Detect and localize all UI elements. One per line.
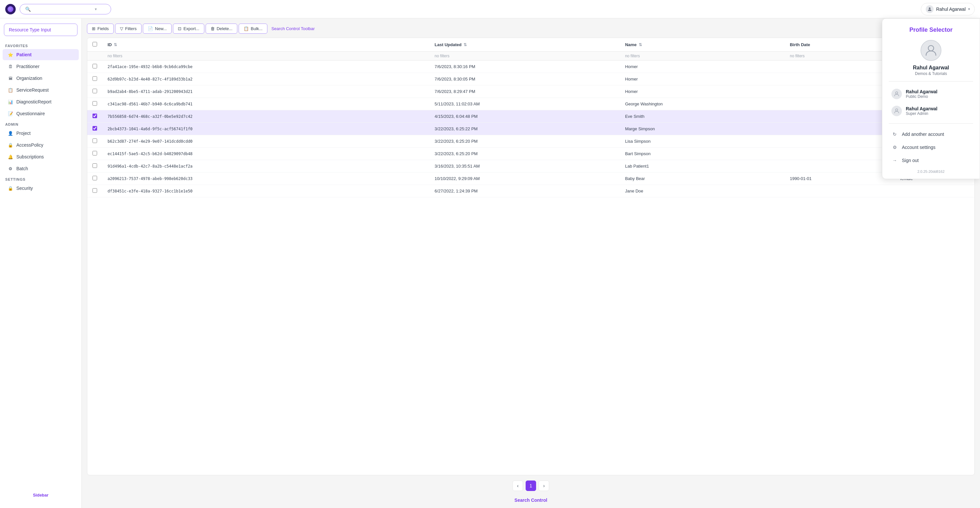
sidebar-item-questionnaire-label: Questionnaire xyxy=(16,111,45,116)
account-settings-button[interactable]: ⚙ Account settings xyxy=(889,141,973,154)
checkbox-2[interactable] xyxy=(92,89,97,93)
new-button[interactable]: 📄 New... xyxy=(143,24,172,34)
user-chevron-icon: ▾ xyxy=(968,7,970,11)
table-row[interactable]: c341ac98-d561-46b7-b940-6c6ca9bdb7415/11… xyxy=(87,98,974,110)
delete-icon: 🗑 xyxy=(210,26,215,31)
bulk-icon: 📋 xyxy=(243,26,249,31)
row-checkbox-7[interactable] xyxy=(87,148,102,160)
name-filter-icon[interactable]: ⇅ xyxy=(639,43,642,47)
row-birth-date xyxy=(784,98,895,110)
account-item-public-demo[interactable]: Rahul Agarwal Public Demo xyxy=(889,85,973,102)
name-filter-cell: no filters xyxy=(620,52,784,61)
table-row[interactable]: 62d9b97c-b23d-4e40-827c-4f189d33b1a27/6/… xyxy=(87,73,974,85)
checkbox-5[interactable] xyxy=(92,126,97,131)
account-info-2: Rahul Agarwal Super Admin xyxy=(906,106,937,116)
next-page-button[interactable]: › xyxy=(539,481,549,491)
pagination-controls: ‹ 1 › xyxy=(87,475,975,496)
table-row[interactable]: 2fa41ace-195e-4932-b6b8-9cb6dca99cbe7/6/… xyxy=(87,61,974,73)
row-id: 7b556858-6d74-468c-a32f-0be5e92d7c42 xyxy=(102,110,430,123)
last-updated-filter-icon[interactable]: ⇅ xyxy=(463,43,467,47)
table-row[interactable]: b9ad2ab4-8be5-4711-adab-291200943d217/6/… xyxy=(87,85,974,98)
search-input[interactable]: Quick Search xyxy=(33,6,92,12)
sidebar-item-subscriptions[interactable]: 🔔 Subscriptions xyxy=(3,151,79,162)
profile-selector-title: Profile Selector xyxy=(889,27,973,34)
row-last-updated: 7/6/2023, 8:29:47 PM xyxy=(430,85,620,98)
row-checkbox-6[interactable] xyxy=(87,135,102,148)
checkbox-10[interactable] xyxy=(92,188,97,193)
servicerequest-icon: 📋 xyxy=(8,87,13,93)
select-all-header xyxy=(87,38,102,52)
sidebar-item-organization[interactable]: 🏛 Organization xyxy=(3,73,79,84)
row-checkbox-0[interactable] xyxy=(87,61,102,73)
table-row[interactable]: 2bcb4373-1041-4a6d-9f5c-acf56741f1f03/22… xyxy=(87,123,974,135)
sidebar-item-batch[interactable]: ⚙ Batch xyxy=(3,163,79,174)
row-checkbox-2[interactable] xyxy=(87,85,102,98)
page-1-button[interactable]: 1 xyxy=(526,481,536,491)
add-account-button[interactable]: ↻ Add another account xyxy=(889,128,973,141)
bulk-button[interactable]: 📋 Bulk... xyxy=(239,24,267,34)
user-menu-button[interactable]: Rahul Agarwal ▾ xyxy=(921,3,975,15)
table-row[interactable]: 91d496a1-4cdb-42c7-8a2b-c5448e1acf2a3/16… xyxy=(87,160,974,173)
account-item-super-admin[interactable]: Rahul Agarwal Super Admin xyxy=(889,102,973,120)
fields-button[interactable]: ⊞ Fields xyxy=(87,24,114,34)
birth-date-column-header: Birth Date xyxy=(784,38,895,52)
sidebar-item-practitioner-label: Practitioner xyxy=(16,64,40,69)
row-checkbox-10[interactable] xyxy=(87,185,102,197)
row-id: df38451c-e3fe-418a-9327-16cc1b1e1e50 xyxy=(102,185,430,197)
resource-type-input[interactable]: Resource Type Input xyxy=(4,24,78,36)
row-birth-date xyxy=(784,160,895,173)
row-checkbox-8[interactable] xyxy=(87,160,102,173)
row-checkbox-4[interactable] xyxy=(87,110,102,123)
search-icon: 🔍 xyxy=(25,6,31,12)
select-all-checkbox[interactable] xyxy=(92,42,97,46)
checkbox-8[interactable] xyxy=(92,163,97,168)
checkbox-4[interactable] xyxy=(92,113,97,118)
row-checkbox-5[interactable] xyxy=(87,123,102,135)
table-row[interactable]: ec14415f-5ae5-42c5-b62d-b4029097db483/22… xyxy=(87,148,974,160)
sidebar-item-security[interactable]: 🔒 Security xyxy=(3,183,79,194)
checkbox-1[interactable] xyxy=(92,76,97,81)
export-button[interactable]: ⊡ Export... xyxy=(173,24,204,34)
checkbox-0[interactable] xyxy=(92,64,97,69)
practitioner-icon: 🗓 xyxy=(8,64,13,69)
sidebar-item-accesspolicy[interactable]: 🔒 AccessPolicy xyxy=(3,139,79,150)
checkbox-9[interactable] xyxy=(92,176,97,181)
filters-button[interactable]: ▽ Filters xyxy=(115,24,142,34)
svg-point-0 xyxy=(929,7,930,9)
table-row[interactable]: b62c3d87-274f-4e29-9e07-141dcdd0cdd03/22… xyxy=(87,135,974,148)
table-row[interactable]: df38451c-e3fe-418a-9327-16cc1b1e1e506/27… xyxy=(87,185,974,197)
subscriptions-icon: 🔔 xyxy=(8,154,13,160)
row-checkbox-9[interactable] xyxy=(87,173,102,185)
filters-label: Filters xyxy=(125,26,137,31)
sidebar-item-project[interactable]: 👤 Project xyxy=(3,128,79,139)
row-checkbox-3[interactable] xyxy=(87,98,102,110)
row-birth-date xyxy=(784,148,895,160)
user-name-label: Rahul Agarwal xyxy=(936,6,966,12)
sidebar-item-questionnaire[interactable]: 📝 Questionnaire xyxy=(3,108,79,119)
project-icon: 👤 xyxy=(8,131,13,136)
row-checkbox-1[interactable] xyxy=(87,73,102,85)
sidebar-item-security-label: Security xyxy=(16,185,33,191)
quick-search-bar[interactable]: 🔍 Quick Search ▾ xyxy=(20,4,111,14)
sign-out-button[interactable]: → Sign out xyxy=(889,154,973,167)
row-birth-date xyxy=(784,73,895,85)
sidebar-item-diagnosticreport[interactable]: 📊 DiagnosticReport xyxy=(3,96,79,107)
id-filter-icon[interactable]: ⇅ xyxy=(114,43,117,47)
bulk-label: Bulk... xyxy=(251,26,262,31)
table-row[interactable]: a2096213-7537-4978-abeb-998eb620dc3310/1… xyxy=(87,173,974,185)
organization-icon: 🏛 xyxy=(8,76,13,81)
prev-page-button[interactable]: ‹ xyxy=(512,481,523,491)
logo-icon xyxy=(8,6,13,12)
checkbox-7[interactable] xyxy=(92,151,97,155)
delete-button[interactable]: 🗑 Delete... xyxy=(205,24,237,34)
checkbox-3[interactable] xyxy=(92,101,97,106)
sidebar-item-batch-label: Batch xyxy=(16,166,28,171)
sidebar-item-servicerequest[interactable]: 📋 ServiceRequest xyxy=(3,85,79,96)
profile-divider-1 xyxy=(889,81,973,81)
sidebar-item-practitioner[interactable]: 🗓 Practitioner xyxy=(3,61,79,72)
sidebar-item-patient[interactable]: ⭐ Patient xyxy=(3,49,79,60)
fields-label: Fields xyxy=(97,26,109,31)
checkbox-6[interactable] xyxy=(92,139,97,143)
table-row[interactable]: 7b556858-6d74-468c-a32f-0be5e92d7c424/15… xyxy=(87,110,974,123)
row-name: Eve Smith xyxy=(620,110,784,123)
